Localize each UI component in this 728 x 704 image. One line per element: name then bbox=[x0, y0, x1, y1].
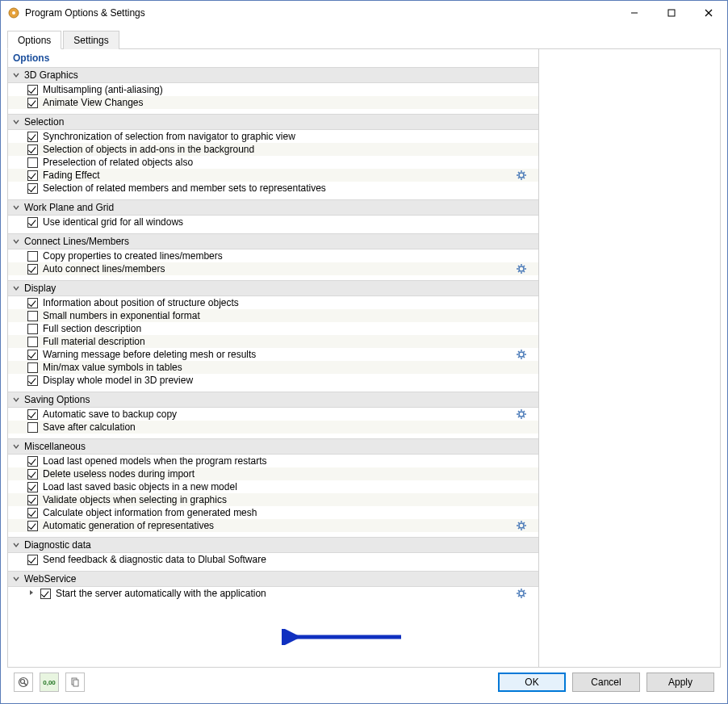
option-row: Fading Effect bbox=[8, 169, 538, 182]
svg-line-30 bbox=[524, 357, 525, 358]
ok-button[interactable]: OK bbox=[498, 673, 566, 692]
gear-icon[interactable] bbox=[516, 263, 527, 274]
apply-button[interactable]: Apply bbox=[646, 673, 714, 692]
close-button[interactable] bbox=[690, 1, 727, 25]
chevron-down-icon bbox=[11, 203, 21, 212]
svg-point-42 bbox=[519, 523, 524, 528]
svg-line-11 bbox=[518, 172, 519, 173]
checkbox[interactable] bbox=[27, 85, 38, 95]
option-row: Full material description bbox=[8, 335, 538, 348]
checkbox[interactable] bbox=[27, 362, 38, 373]
group-title: Selection bbox=[24, 116, 64, 128]
option-row: Selection of objects in add-ons in the b… bbox=[8, 143, 538, 156]
gear-icon[interactable] bbox=[516, 520, 527, 531]
group-header[interactable]: Work Plane and Grid bbox=[8, 199, 538, 216]
option-label: Use identical grid for all windows bbox=[43, 216, 183, 228]
option-label: Delete useless nodes during import bbox=[43, 468, 195, 480]
option-row: Automatic generation of representatives bbox=[8, 519, 538, 532]
svg-point-6 bbox=[519, 173, 524, 178]
units-icon[interactable]: 0,00 bbox=[40, 673, 59, 692]
checkbox[interactable] bbox=[27, 409, 38, 420]
group-title: Miscellaneous bbox=[24, 441, 86, 452]
tab-settings[interactable]: Settings bbox=[63, 31, 119, 49]
chevron-down-icon bbox=[11, 442, 21, 451]
group-header[interactable]: Selection bbox=[8, 114, 538, 130]
checkbox[interactable] bbox=[27, 495, 38, 505]
svg-line-62 bbox=[24, 683, 27, 685]
gear-icon[interactable] bbox=[516, 588, 527, 599]
option-label: Save after calculation bbox=[43, 421, 136, 433]
svg-rect-64 bbox=[73, 680, 78, 686]
option-label: Start the server automatically with the … bbox=[56, 588, 266, 599]
option-row: Selection of related members and member … bbox=[8, 182, 538, 195]
option-label: Small numbers in exponential format bbox=[43, 310, 200, 321]
group-title: 3D Graphics bbox=[24, 69, 78, 81]
checkbox[interactable] bbox=[27, 264, 38, 274]
checkbox[interactable] bbox=[27, 298, 38, 308]
gear-icon[interactable] bbox=[516, 349, 527, 360]
option-label: Animate View Changes bbox=[43, 97, 144, 108]
checkbox[interactable] bbox=[27, 157, 38, 168]
svg-line-39 bbox=[524, 417, 525, 417]
group-header[interactable]: Display bbox=[8, 280, 538, 296]
option-label: Automatic save to backup copy bbox=[43, 409, 177, 420]
checkbox[interactable] bbox=[27, 324, 38, 334]
option-label: Min/max value symbols in tables bbox=[43, 362, 182, 373]
checkbox[interactable] bbox=[27, 469, 38, 480]
maximize-button[interactable] bbox=[653, 1, 690, 25]
option-row: Send feedback & diagnostic data to Dluba… bbox=[8, 553, 538, 566]
checkbox[interactable] bbox=[27, 555, 38, 565]
svg-line-47 bbox=[518, 522, 519, 523]
group-header[interactable]: Saving Options bbox=[8, 392, 538, 408]
gear-icon[interactable] bbox=[516, 409, 527, 420]
checkbox[interactable] bbox=[27, 482, 38, 492]
checkbox[interactable] bbox=[27, 311, 38, 321]
group-header[interactable]: 3D Graphics bbox=[8, 67, 538, 83]
checkbox[interactable] bbox=[27, 456, 38, 467]
option-row: Calculate object information from genera… bbox=[8, 506, 538, 519]
svg-point-1 bbox=[12, 11, 15, 15]
group-header[interactable]: Miscellaneous bbox=[8, 438, 538, 455]
checkbox[interactable] bbox=[27, 170, 38, 181]
option-row: Small numbers in exponential format bbox=[8, 309, 538, 322]
cancel-button[interactable]: Cancel bbox=[572, 673, 640, 692]
svg-line-48 bbox=[524, 528, 525, 529]
group-title: Work Plane and Grid bbox=[24, 202, 114, 213]
tab-options[interactable]: Options bbox=[7, 31, 61, 49]
option-label: Full section description bbox=[43, 323, 141, 334]
clipboard-icon[interactable] bbox=[65, 673, 85, 692]
option-label: Information about position of structure … bbox=[43, 297, 239, 308]
help-icon[interactable] bbox=[14, 673, 33, 692]
chevron-right-icon[interactable] bbox=[27, 589, 37, 598]
checkbox[interactable] bbox=[27, 251, 38, 262]
checkbox[interactable] bbox=[27, 183, 38, 194]
option-row: Full section description bbox=[8, 322, 538, 335]
checkbox[interactable] bbox=[27, 98, 38, 108]
checkbox[interactable] bbox=[27, 145, 38, 155]
checkbox[interactable] bbox=[27, 521, 38, 531]
checkbox[interactable] bbox=[27, 337, 38, 347]
option-label: Preselection of related objects also bbox=[43, 157, 193, 168]
chevron-down-icon bbox=[11, 283, 21, 293]
option-row: Load last opened models when the program… bbox=[8, 455, 538, 467]
option-label: Warning message before deleting mesh or … bbox=[43, 349, 256, 360]
minimize-button[interactable] bbox=[616, 1, 653, 25]
gear-icon[interactable] bbox=[516, 170, 527, 181]
checkbox[interactable] bbox=[40, 589, 51, 599]
checkbox[interactable] bbox=[27, 350, 38, 360]
svg-line-12 bbox=[524, 178, 525, 178]
checkbox[interactable] bbox=[27, 132, 38, 142]
checkbox[interactable] bbox=[27, 508, 38, 518]
options-list[interactable]: Options 3D GraphicsMultisampling (anti-a… bbox=[8, 49, 539, 667]
checkbox[interactable] bbox=[27, 217, 38, 228]
group-header[interactable]: WebService bbox=[8, 571, 538, 587]
option-row: Animate View Changes bbox=[8, 96, 538, 109]
group-header[interactable]: Diagnostic data bbox=[8, 537, 538, 553]
option-row: Preselection of related objects also bbox=[8, 156, 538, 169]
chevron-down-icon bbox=[11, 574, 21, 584]
checkbox[interactable] bbox=[27, 422, 38, 433]
group-header[interactable]: Connect Lines/Members bbox=[8, 233, 538, 249]
option-label: Calculate object information from genera… bbox=[43, 507, 257, 518]
option-label: Send feedback & diagnostic data to Dluba… bbox=[43, 554, 266, 565]
checkbox[interactable] bbox=[27, 375, 38, 386]
